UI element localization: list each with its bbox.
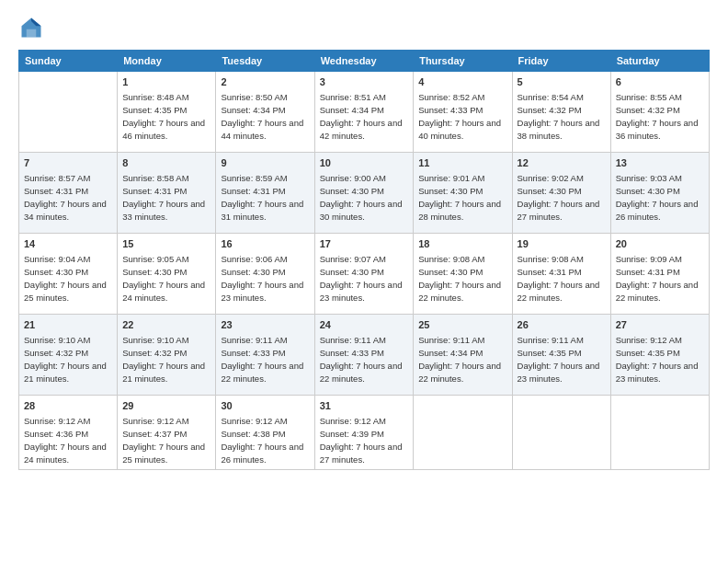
calendar-cell: 31Sunrise: 9:12 AMSunset: 4:39 PMDayligh…: [314, 396, 414, 470]
calendar-cell: 4Sunrise: 8:52 AMSunset: 4:33 PMDaylight…: [414, 72, 512, 153]
day-info: Sunrise: 9:12 AMSunset: 4:39 PMDaylight:…: [320, 415, 409, 465]
day-info: Sunrise: 8:54 AMSunset: 4:32 PMDaylight:…: [518, 91, 606, 142]
col-header-monday: Monday: [118, 51, 216, 72]
day-number: 11: [418, 156, 506, 170]
day-info: Sunrise: 8:55 AMSunset: 4:32 PMDaylight:…: [616, 91, 704, 142]
day-number: 24: [320, 318, 409, 332]
day-number: 5: [518, 75, 606, 89]
day-number: 14: [24, 237, 112, 251]
calendar-table: SundayMondayTuesdayWednesdayThursdayFrid…: [18, 50, 710, 470]
calendar-cell: 10Sunrise: 9:00 AMSunset: 4:30 PMDayligh…: [314, 153, 414, 234]
day-number: 17: [320, 237, 409, 251]
col-header-tuesday: Tuesday: [216, 51, 314, 72]
col-header-thursday: Thursday: [414, 51, 512, 72]
day-info: Sunrise: 9:11 AMSunset: 4:33 PMDaylight:…: [320, 334, 409, 385]
day-number: 18: [418, 237, 506, 251]
day-info: Sunrise: 9:11 AMSunset: 4:34 PMDaylight:…: [418, 334, 506, 385]
day-number: 10: [320, 156, 409, 170]
calendar-cell: 19Sunrise: 9:08 AMSunset: 4:31 PMDayligh…: [512, 234, 610, 315]
col-header-sunday: Sunday: [19, 51, 118, 72]
calendar-cell: 20Sunrise: 9:09 AMSunset: 4:31 PMDayligh…: [610, 234, 709, 315]
day-info: Sunrise: 8:59 AMSunset: 4:31 PMDaylight:…: [221, 172, 309, 223]
calendar-cell: 16Sunrise: 9:06 AMSunset: 4:30 PMDayligh…: [216, 234, 314, 315]
day-info: Sunrise: 9:12 AMSunset: 4:36 PMDaylight:…: [24, 415, 112, 465]
page: SundayMondayTuesdayWednesdayThursdayFrid…: [0, 0, 728, 563]
day-info: Sunrise: 9:00 AMSunset: 4:30 PMDaylight:…: [320, 172, 409, 223]
calendar-cell: 26Sunrise: 9:11 AMSunset: 4:35 PMDayligh…: [512, 315, 610, 396]
day-number: 23: [221, 318, 309, 332]
day-number: 1: [122, 75, 210, 89]
day-info: Sunrise: 9:08 AMSunset: 4:30 PMDaylight:…: [418, 253, 506, 304]
day-number: 19: [518, 237, 606, 251]
calendar-cell: 11Sunrise: 9:01 AMSunset: 4:30 PMDayligh…: [414, 153, 512, 234]
day-info: Sunrise: 8:58 AMSunset: 4:31 PMDaylight:…: [122, 172, 210, 223]
day-number: 27: [616, 318, 704, 332]
day-info: Sunrise: 9:05 AMSunset: 4:30 PMDaylight:…: [122, 253, 210, 304]
col-header-saturday: Saturday: [610, 51, 709, 72]
col-header-friday: Friday: [512, 51, 610, 72]
calendar-cell: 6Sunrise: 8:55 AMSunset: 4:32 PMDaylight…: [610, 72, 709, 153]
calendar-cell: [512, 396, 610, 470]
calendar-cell: 2Sunrise: 8:50 AMSunset: 4:34 PMDaylight…: [216, 72, 314, 153]
day-info: Sunrise: 9:06 AMSunset: 4:30 PMDaylight:…: [221, 253, 309, 304]
calendar-cell: 13Sunrise: 9:03 AMSunset: 4:30 PMDayligh…: [610, 153, 709, 234]
col-header-wednesday: Wednesday: [314, 51, 414, 72]
day-info: Sunrise: 8:50 AMSunset: 4:34 PMDaylight:…: [221, 91, 309, 142]
calendar-cell: 21Sunrise: 9:10 AMSunset: 4:32 PMDayligh…: [19, 315, 118, 396]
day-number: 20: [616, 237, 704, 251]
day-number: 12: [518, 156, 606, 170]
day-info: Sunrise: 9:12 AMSunset: 4:38 PMDaylight:…: [221, 415, 309, 465]
day-info: Sunrise: 9:08 AMSunset: 4:31 PMDaylight:…: [518, 253, 606, 304]
day-info: Sunrise: 9:10 AMSunset: 4:32 PMDaylight:…: [122, 334, 210, 385]
day-number: 4: [418, 75, 506, 89]
day-number: 25: [418, 318, 506, 332]
calendar-cell: 15Sunrise: 9:05 AMSunset: 4:30 PMDayligh…: [118, 234, 216, 315]
calendar-cell: 23Sunrise: 9:11 AMSunset: 4:33 PMDayligh…: [216, 315, 314, 396]
calendar-cell: 17Sunrise: 9:07 AMSunset: 4:30 PMDayligh…: [314, 234, 414, 315]
day-number: 8: [122, 156, 210, 170]
calendar-cell: 1Sunrise: 8:48 AMSunset: 4:35 PMDaylight…: [118, 72, 216, 153]
day-info: Sunrise: 9:07 AMSunset: 4:30 PMDaylight:…: [320, 253, 409, 304]
day-number: 6: [616, 75, 704, 89]
logo-icon: [18, 15, 44, 40]
calendar-cell: 29Sunrise: 9:12 AMSunset: 4:37 PMDayligh…: [118, 396, 216, 470]
week-row-4: 21Sunrise: 9:10 AMSunset: 4:32 PMDayligh…: [19, 315, 710, 396]
day-number: 2: [221, 75, 309, 89]
day-number: 30: [221, 399, 309, 413]
day-number: 9: [221, 156, 309, 170]
header-row: SundayMondayTuesdayWednesdayThursdayFrid…: [19, 51, 710, 72]
calendar-cell: 24Sunrise: 9:11 AMSunset: 4:33 PMDayligh…: [314, 315, 414, 396]
calendar-cell: [414, 396, 512, 470]
week-row-1: 1Sunrise: 8:48 AMSunset: 4:35 PMDaylight…: [19, 72, 710, 153]
calendar-cell: 28Sunrise: 9:12 AMSunset: 4:36 PMDayligh…: [19, 396, 118, 470]
calendar-cell: 22Sunrise: 9:10 AMSunset: 4:32 PMDayligh…: [118, 315, 216, 396]
day-number: 31: [320, 399, 409, 413]
week-row-2: 7Sunrise: 8:57 AMSunset: 4:31 PMDaylight…: [19, 153, 710, 234]
calendar-cell: 8Sunrise: 8:58 AMSunset: 4:31 PMDaylight…: [118, 153, 216, 234]
day-info: Sunrise: 8:52 AMSunset: 4:33 PMDaylight:…: [418, 91, 506, 142]
day-info: Sunrise: 9:11 AMSunset: 4:35 PMDaylight:…: [518, 334, 606, 385]
header: [18, 15, 710, 40]
day-info: Sunrise: 9:10 AMSunset: 4:32 PMDaylight:…: [24, 334, 112, 385]
calendar-cell: 27Sunrise: 9:12 AMSunset: 4:35 PMDayligh…: [610, 315, 709, 396]
day-info: Sunrise: 8:51 AMSunset: 4:34 PMDaylight:…: [320, 91, 409, 142]
day-number: 28: [24, 399, 112, 413]
day-info: Sunrise: 9:01 AMSunset: 4:30 PMDaylight:…: [418, 172, 506, 223]
logo: [18, 15, 48, 40]
day-number: 3: [320, 75, 409, 89]
week-row-5: 28Sunrise: 9:12 AMSunset: 4:36 PMDayligh…: [19, 396, 710, 470]
day-number: 16: [221, 237, 309, 251]
day-info: Sunrise: 9:11 AMSunset: 4:33 PMDaylight:…: [221, 334, 309, 385]
calendar-cell: [19, 72, 118, 153]
day-number: 26: [518, 318, 606, 332]
day-number: 29: [122, 399, 210, 413]
day-number: 13: [616, 156, 704, 170]
day-number: 15: [122, 237, 210, 251]
calendar-cell: 5Sunrise: 8:54 AMSunset: 4:32 PMDaylight…: [512, 72, 610, 153]
calendar-cell: 9Sunrise: 8:59 AMSunset: 4:31 PMDaylight…: [216, 153, 314, 234]
calendar-cell: 12Sunrise: 9:02 AMSunset: 4:30 PMDayligh…: [512, 153, 610, 234]
calendar-cell: 25Sunrise: 9:11 AMSunset: 4:34 PMDayligh…: [414, 315, 512, 396]
day-number: 7: [24, 156, 112, 170]
calendar-cell: 18Sunrise: 9:08 AMSunset: 4:30 PMDayligh…: [414, 234, 512, 315]
day-info: Sunrise: 9:04 AMSunset: 4:30 PMDaylight:…: [24, 253, 112, 304]
